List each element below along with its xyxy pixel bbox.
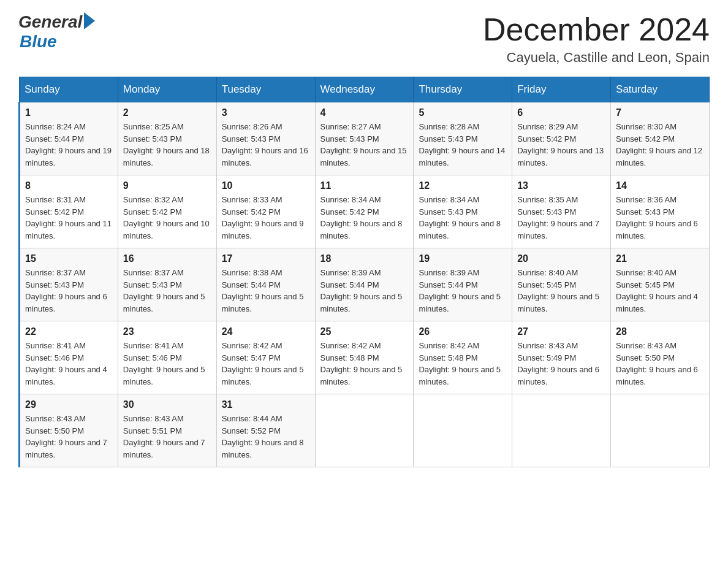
location-subtitle: Cayuela, Castille and Leon, Spain [483,50,710,66]
day-cell: 3 Sunrise: 8:26 AM Sunset: 5:43 PM Dayli… [216,102,315,175]
day-cell [611,394,710,467]
day-number: 7 [616,107,704,118]
day-cell: 2 Sunrise: 8:25 AM Sunset: 5:43 PM Dayli… [118,102,216,175]
day-cell: 9 Sunrise: 8:32 AM Sunset: 5:42 PM Dayli… [118,175,216,248]
day-number: 27 [517,326,605,337]
day-number: 5 [419,107,507,118]
week-row-1: 1 Sunrise: 8:24 AM Sunset: 5:44 PM Dayli… [20,102,710,175]
day-info: Sunrise: 8:34 AM Sunset: 5:42 PM Dayligh… [320,194,409,242]
day-cell: 25 Sunrise: 8:42 AM Sunset: 5:48 PM Dayl… [315,321,414,394]
logo-blue-text: Blue [20,32,57,52]
week-row-3: 15 Sunrise: 8:37 AM Sunset: 5:43 PM Dayl… [20,248,710,321]
day-header-monday: Monday [118,77,216,102]
calendar-table: SundayMondayTuesdayWednesdayThursdayFrid… [18,77,710,467]
day-info: Sunrise: 8:43 AM Sunset: 5:50 PM Dayligh… [25,413,113,461]
day-cell [414,394,512,467]
title-area: December 2024 Cayuela, Castille and Leon… [483,12,710,66]
day-header-tuesday: Tuesday [216,77,315,102]
day-number: 3 [222,107,310,118]
day-cell: 10 Sunrise: 8:33 AM Sunset: 5:42 PM Dayl… [216,175,315,248]
day-cell: 24 Sunrise: 8:42 AM Sunset: 5:47 PM Dayl… [216,321,315,394]
day-number: 17 [222,253,310,264]
day-info: Sunrise: 8:39 AM Sunset: 5:44 PM Dayligh… [320,267,409,315]
day-info: Sunrise: 8:44 AM Sunset: 5:52 PM Dayligh… [222,413,310,461]
day-cell [315,394,414,467]
day-cell: 28 Sunrise: 8:43 AM Sunset: 5:50 PM Dayl… [611,321,710,394]
month-title: December 2024 [483,12,710,47]
day-cell: 5 Sunrise: 8:28 AM Sunset: 5:43 PM Dayli… [414,102,512,175]
day-cell: 11 Sunrise: 8:34 AM Sunset: 5:42 PM Dayl… [315,175,414,248]
day-cell: 22 Sunrise: 8:41 AM Sunset: 5:46 PM Dayl… [20,321,118,394]
day-info: Sunrise: 8:26 AM Sunset: 5:43 PM Dayligh… [222,121,310,169]
day-info: Sunrise: 8:24 AM Sunset: 5:44 PM Dayligh… [25,121,113,169]
day-cell: 14 Sunrise: 8:36 AM Sunset: 5:43 PM Dayl… [611,175,710,248]
day-number: 15 [25,253,113,264]
day-number: 6 [517,107,605,118]
day-info: Sunrise: 8:37 AM Sunset: 5:43 PM Dayligh… [123,267,211,315]
day-cell: 26 Sunrise: 8:42 AM Sunset: 5:48 PM Dayl… [414,321,512,394]
week-row-5: 29 Sunrise: 8:43 AM Sunset: 5:50 PM Dayl… [20,394,710,467]
day-info: Sunrise: 8:42 AM Sunset: 5:48 PM Dayligh… [320,340,409,388]
day-number: 23 [123,326,211,337]
day-number: 4 [320,107,409,118]
header: General Blue December 2024 Cayuela, Cast… [18,12,710,66]
day-header-sunday: Sunday [20,77,118,102]
day-info: Sunrise: 8:32 AM Sunset: 5:42 PM Dayligh… [123,194,211,242]
day-info: Sunrise: 8:31 AM Sunset: 5:42 PM Dayligh… [25,194,113,242]
day-cell: 18 Sunrise: 8:39 AM Sunset: 5:44 PM Dayl… [315,248,414,321]
day-cell: 8 Sunrise: 8:31 AM Sunset: 5:42 PM Dayli… [20,175,118,248]
day-cell: 13 Sunrise: 8:35 AM Sunset: 5:43 PM Dayl… [512,175,611,248]
day-number: 16 [123,253,211,264]
day-number: 18 [320,253,409,264]
day-cell: 1 Sunrise: 8:24 AM Sunset: 5:44 PM Dayli… [20,102,118,175]
day-cell: 21 Sunrise: 8:40 AM Sunset: 5:45 PM Dayl… [611,248,710,321]
day-cell: 16 Sunrise: 8:37 AM Sunset: 5:43 PM Dayl… [118,248,216,321]
day-cell: 7 Sunrise: 8:30 AM Sunset: 5:42 PM Dayli… [611,102,710,175]
day-number: 10 [222,180,310,191]
day-info: Sunrise: 8:34 AM Sunset: 5:43 PM Dayligh… [419,194,507,242]
day-number: 2 [123,107,211,118]
day-number: 31 [222,399,310,410]
day-number: 9 [123,180,211,191]
calendar-header: SundayMondayTuesdayWednesdayThursdayFrid… [20,77,710,102]
day-number: 25 [320,326,409,337]
day-cell: 19 Sunrise: 8:39 AM Sunset: 5:44 PM Dayl… [414,248,512,321]
day-number: 24 [222,326,310,337]
day-cell: 29 Sunrise: 8:43 AM Sunset: 5:50 PM Dayl… [20,394,118,467]
day-info: Sunrise: 8:38 AM Sunset: 5:44 PM Dayligh… [222,267,310,315]
day-cell: 30 Sunrise: 8:43 AM Sunset: 5:51 PM Dayl… [118,394,216,467]
day-info: Sunrise: 8:37 AM Sunset: 5:43 PM Dayligh… [25,267,113,315]
day-cell: 27 Sunrise: 8:43 AM Sunset: 5:49 PM Dayl… [512,321,611,394]
day-number: 8 [25,180,113,191]
day-number: 20 [517,253,605,264]
day-info: Sunrise: 8:30 AM Sunset: 5:42 PM Dayligh… [616,121,704,169]
day-header-thursday: Thursday [414,77,512,102]
day-header-wednesday: Wednesday [315,77,414,102]
day-info: Sunrise: 8:33 AM Sunset: 5:42 PM Dayligh… [222,194,310,242]
day-cell: 15 Sunrise: 8:37 AM Sunset: 5:43 PM Dayl… [20,248,118,321]
day-info: Sunrise: 8:25 AM Sunset: 5:43 PM Dayligh… [123,121,211,169]
day-number: 21 [616,253,704,264]
day-cell: 20 Sunrise: 8:40 AM Sunset: 5:45 PM Dayl… [512,248,611,321]
day-number: 14 [616,180,704,191]
day-info: Sunrise: 8:43 AM Sunset: 5:51 PM Dayligh… [123,413,211,461]
day-info: Sunrise: 8:40 AM Sunset: 5:45 PM Dayligh… [616,267,704,315]
day-info: Sunrise: 8:29 AM Sunset: 5:42 PM Dayligh… [517,121,605,169]
day-info: Sunrise: 8:42 AM Sunset: 5:47 PM Dayligh… [222,340,310,388]
day-header-saturday: Saturday [611,77,710,102]
day-number: 13 [517,180,605,191]
day-cell: 12 Sunrise: 8:34 AM Sunset: 5:43 PM Dayl… [414,175,512,248]
day-info: Sunrise: 8:39 AM Sunset: 5:44 PM Dayligh… [419,267,507,315]
week-row-4: 22 Sunrise: 8:41 AM Sunset: 5:46 PM Dayl… [20,321,710,394]
day-cell: 4 Sunrise: 8:27 AM Sunset: 5:43 PM Dayli… [315,102,414,175]
day-number: 12 [419,180,507,191]
day-info: Sunrise: 8:43 AM Sunset: 5:50 PM Dayligh… [616,340,704,388]
day-info: Sunrise: 8:36 AM Sunset: 5:43 PM Dayligh… [616,194,704,242]
day-info: Sunrise: 8:40 AM Sunset: 5:45 PM Dayligh… [517,267,605,315]
day-number: 30 [123,399,211,410]
day-info: Sunrise: 8:35 AM Sunset: 5:43 PM Dayligh… [517,194,605,242]
day-cell: 31 Sunrise: 8:44 AM Sunset: 5:52 PM Dayl… [216,394,315,467]
day-cell [512,394,611,467]
week-row-2: 8 Sunrise: 8:31 AM Sunset: 5:42 PM Dayli… [20,175,710,248]
day-info: Sunrise: 8:27 AM Sunset: 5:43 PM Dayligh… [320,121,409,169]
